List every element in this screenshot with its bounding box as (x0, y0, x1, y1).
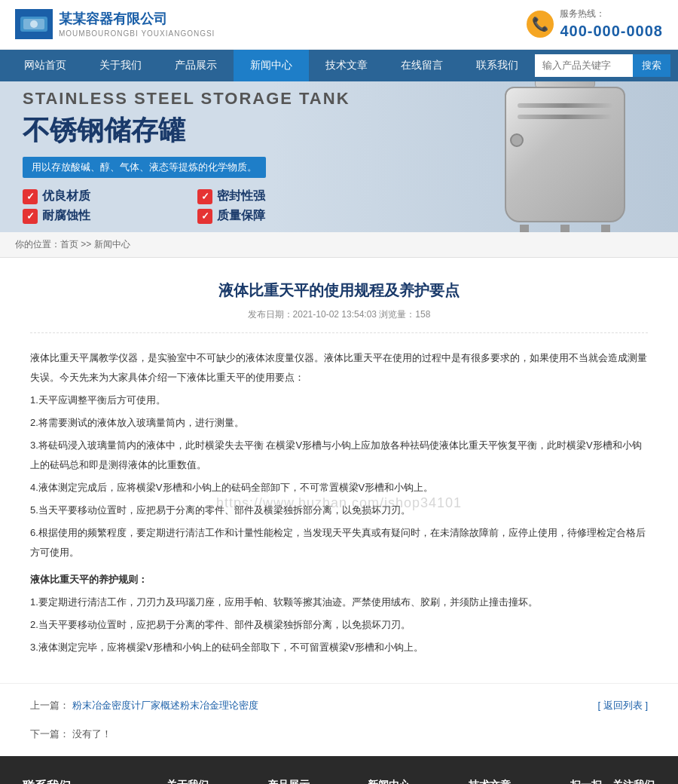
maintenance-step-2: 2.当天平要移动位置时，应把易于分离的零件、部件及横梁独拆部分离，以免损坏刀刃。 (30, 615, 648, 635)
footer-qr: 扫一扫，关注我们 (570, 779, 655, 784)
hotline: 📞 服务热线： 400-000-0008 (527, 8, 663, 41)
feature-2: ✓ 密封性强 (197, 188, 350, 204)
header: 某某容器有限公司 MOUMBOURONGBI YOUXIANGONGSI 📞 服… (0, 0, 678, 50)
logo-en: MOUMBOURONGBI YOUXIANGONGSI (59, 29, 215, 38)
article-step-3: 3.将砝码浸入玻璃量筒内的液体中，此时横梁失去平衡 在横梁V形槽与小钩上应加放各… (30, 436, 648, 475)
maintenance-step-3: 3.液体测定完毕，应将横梁V形槽和小钩上的砝码全部取下，不可留置横梁V形槽和小钩… (30, 638, 648, 657)
footer-col-about: 关于我们 (166, 779, 252, 784)
breadcrumb: 你的位置：首页 >> 新闻中心 (0, 232, 678, 258)
banner-features: ✓ 优良材质 ✓ 密封性强 ✓ 耐腐蚀性 ✓ 质量保障 (23, 188, 350, 224)
phone-icon: 📞 (527, 11, 554, 38)
article-title: 液体比重天平的使用规程及养护要点 (30, 280, 648, 301)
footer-contact: 联系我们 📞 电话：400-XXXXX88 ✉ 邮箱：admiXXX@min.c… (23, 779, 151, 784)
banner: STAINLESS STEEL STORAGE TANK 不锈钢储存罐 用以存放… (0, 81, 678, 232)
banner-tank-image (452, 81, 678, 232)
logo: 某某容器有限公司 MOUMBOURONGBI YOUXIANGONGSI (15, 9, 215, 39)
footer-news-title: 新闻中心 (368, 779, 454, 784)
next-article-text: 没有了！ (72, 728, 111, 740)
article-body: https://www.huzhan.com/ishop34101 液体比重天平… (30, 348, 648, 657)
article-meta: 发布日期：2021-10-02 13:54:03 浏览量：158 (30, 308, 648, 333)
feature-1: ✓ 优良材质 (23, 188, 175, 204)
logo-cn: 某某容器有限公司 (59, 11, 215, 28)
search-button[interactable]: 搜索 (633, 54, 670, 77)
footer-qr-title: 扫一扫，关注我们 (570, 779, 655, 784)
article-step-1: 1.天平应调整平衡后方可使用。 (30, 390, 648, 410)
prev-article-link[interactable]: 粉末冶金密度计厂家概述粉末冶金理论密度 (72, 700, 258, 711)
article-step-4: 4.液体测定完成后，应将横梁V形槽和小钩上的砝码全部卸下，不可常置横梁V形槽和小… (30, 478, 648, 498)
article-next-nav: 下一篇： 没有了！ (0, 727, 678, 756)
article-step-5: 5.当天平要移动位置时，应把易于分离的零件、部件及横梁独拆部分离，以免损坏刀刃。 (30, 501, 648, 520)
nav-item-about[interactable]: 关于我们 (83, 50, 158, 81)
banner-cn-title: 不锈钢储存罐 (23, 112, 350, 149)
maintenance-step-1: 1.要定期进行清洁工作，刀刃力及玛瑙刀座，应用手帕、软颗等擦其油迹。严禁使用绒布… (30, 593, 648, 612)
article-step-6: 6.根据使用的频繁程度，要定期进行清洁工作和计量性能检定，当发现天平失真或有疑问… (30, 523, 648, 562)
hotline-label: 服务热线： (560, 8, 663, 20)
article-intro: 液体比重天平属教学仪器，是实验室中不可缺少的液体浓度量仪器。液体比重天平在使用的… (30, 348, 648, 387)
article-navigation: 上一篇： 粉末冶金密度计厂家概述粉末冶金理论密度 [ 返回列表 ] (0, 683, 678, 727)
footer-contact-title: 联系我们 (23, 779, 151, 784)
tank-body (505, 87, 625, 222)
prev-article: 上一篇： 粉末冶金密度计厂家概述粉末冶金理论密度 (30, 699, 258, 712)
next-article: 下一篇： 没有了！ (30, 727, 111, 741)
nav-links: 网站首页 关于我们 产品展示 新闻中心 技术文章 在线留言 联系我们 (8, 50, 535, 81)
hotline-text: 服务热线： 400-000-0008 (560, 8, 663, 41)
banner-content: STAINLESS STEEL STORAGE TANK 不锈钢储存罐 用以存放… (0, 81, 373, 232)
hotline-number: 400-000-0008 (560, 20, 663, 41)
back-to-list: [ 返回列表 ] (598, 699, 648, 712)
check-icon-2: ✓ (197, 189, 212, 204)
article-step-2: 2.将需要测试的液体放入玻璃量筒内，进行测量。 (30, 413, 648, 433)
svg-point-2 (30, 20, 38, 28)
nav-item-message[interactable]: 在线留言 (384, 50, 460, 81)
search-input[interactable] (535, 54, 633, 77)
footer-col-news: 新闻中心 (368, 779, 454, 784)
feature-4: ✓ 质量保障 (197, 208, 350, 224)
main-nav: 网站首页 关于我们 产品展示 新闻中心 技术文章 在线留言 联系我们 搜索 (0, 50, 678, 81)
footer-main: 联系我们 📞 电话：400-XXXXX88 ✉ 邮箱：admiXXX@min.c… (0, 779, 678, 784)
nav-item-news[interactable]: 新闻中心 (234, 50, 309, 81)
logo-text: 某某容器有限公司 MOUMBOURONGBI YOUXIANGONGSI (59, 11, 215, 38)
footer: 联系我们 📞 电话：400-XXXXX88 ✉ 邮箱：admiXXX@min.c… (0, 756, 678, 784)
nav-item-tech[interactable]: 技术文章 (309, 50, 384, 81)
nav-item-products[interactable]: 产品展示 (158, 50, 234, 81)
feature-3: ✓ 耐腐蚀性 (23, 208, 175, 224)
article-wrapper: 液体比重天平的使用规程及养护要点 发布日期：2021-10-02 13:54:0… (0, 258, 678, 683)
footer-products-title: 产品展示 (267, 779, 353, 784)
banner-subtitle: 用以存放酸碱、醇、气体、液态等提炼的化学物质。 (23, 157, 266, 178)
tank-legs (520, 225, 610, 232)
banner-en-title: STAINLESS STEEL STORAGE TANK (23, 89, 350, 109)
nav-item-home[interactable]: 网站首页 (8, 50, 83, 81)
nav-item-contact[interactable]: 联系我们 (460, 50, 535, 81)
maintenance-title: 液体比重天平的养护规则： (30, 570, 648, 590)
back-list-link[interactable]: [ 返回列表 ] (598, 700, 648, 711)
check-icon-4: ✓ (197, 209, 212, 224)
footer-tech-title: 技术文章 (469, 779, 554, 784)
check-icon-3: ✓ (23, 209, 38, 224)
article-content: 液体比重天平属教学仪器，是实验室中不可缺少的液体浓度量仪器。液体比重天平在使用的… (30, 348, 648, 657)
check-icon-1: ✓ (23, 189, 38, 204)
footer-about-title: 关于我们 (166, 779, 252, 784)
footer-col-products: 产品展示 兰钢精密泵 天平仪器系列 实验室基础设备 低温冰箱 (267, 779, 353, 784)
logo-icon (15, 9, 53, 39)
footer-col-tech: 技术文章 (469, 779, 554, 784)
nav-search: 搜索 (535, 54, 670, 77)
